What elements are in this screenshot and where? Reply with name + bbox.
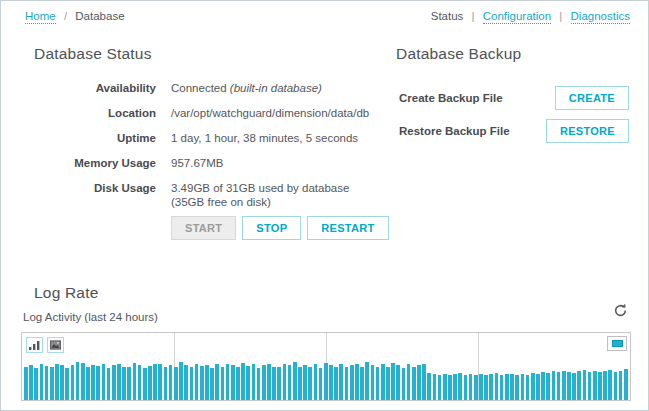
log-bar	[557, 372, 561, 400]
log-bar	[521, 374, 525, 400]
row-label: Availability	[21, 81, 156, 95]
log-bar	[577, 371, 581, 400]
log-bar	[376, 367, 380, 400]
log-bar	[252, 364, 256, 400]
log-bar	[45, 366, 49, 400]
log-bar	[417, 365, 421, 400]
log-bar	[29, 365, 33, 400]
create-backup-button[interactable]: CREATE	[555, 86, 629, 110]
database-control-buttons: START STOP RESTART	[171, 216, 389, 240]
chart-toolbar	[26, 337, 64, 353]
row-label: Create Backup File	[399, 92, 555, 104]
status-row-location: Location /var/opt/watchguard/dimension/d…	[21, 106, 381, 120]
log-bar	[308, 367, 312, 400]
log-bar	[546, 373, 550, 400]
log-bar	[427, 373, 431, 400]
nav-item-diagnostics[interactable]: Diagnostics	[571, 10, 630, 24]
log-bar	[505, 374, 509, 400]
log-bar	[143, 368, 147, 400]
database-backup-title: Database Backup	[396, 45, 521, 63]
log-bar	[324, 363, 328, 400]
top-nav: Status | Configuration | Diagnostics	[431, 10, 630, 22]
log-bar	[231, 365, 235, 400]
log-bar	[65, 368, 69, 400]
breadcrumb: Home / Database	[25, 10, 125, 22]
log-bar	[246, 366, 250, 400]
log-bar	[267, 364, 271, 400]
log-bar	[438, 375, 442, 400]
log-bar	[484, 375, 488, 400]
log-bar	[319, 368, 323, 400]
nav-item-status[interactable]: Status	[431, 10, 464, 22]
status-row-uptime: Uptime 1 day, 1 hour, 38 minutes, 5 seco…	[21, 131, 381, 145]
log-bar	[608, 370, 612, 400]
overview-toggle-icon[interactable]	[607, 336, 627, 351]
log-bar	[76, 362, 80, 400]
log-bar	[60, 365, 64, 400]
log-bar	[474, 375, 478, 400]
log-bar	[407, 364, 411, 400]
log-bar	[495, 373, 499, 400]
row-value: Connected (built-in database)	[171, 81, 381, 95]
log-bar	[334, 367, 338, 400]
log-bar	[107, 368, 111, 400]
breadcrumb-separator: /	[64, 10, 67, 22]
log-bar	[464, 375, 468, 400]
log-bar	[500, 375, 504, 400]
start-button[interactable]: START	[171, 216, 236, 240]
backup-row-restore: Restore Backup File RESTORE	[399, 118, 629, 144]
status-row-availability: Availability Connected (built-in databas…	[21, 81, 381, 95]
log-bar	[221, 367, 225, 400]
log-bar	[148, 366, 152, 400]
image-export-icon[interactable]	[47, 337, 64, 353]
log-bar	[541, 372, 545, 400]
restart-button[interactable]: RESTART	[307, 216, 388, 240]
breadcrumb-home-link[interactable]: Home	[25, 10, 56, 24]
log-bar	[127, 367, 131, 400]
log-bar	[303, 365, 307, 400]
log-bar	[236, 367, 240, 400]
log-bar	[179, 362, 183, 400]
log-bar	[293, 362, 297, 400]
restore-backup-button[interactable]: RESTORE	[546, 119, 629, 143]
log-bar	[164, 367, 168, 400]
log-bar	[567, 372, 571, 400]
log-bar	[433, 374, 437, 400]
log-bar	[339, 364, 343, 400]
log-activity-label: Log Activity (last 24 hours)	[23, 311, 158, 323]
log-bar	[593, 371, 597, 400]
log-bar	[55, 364, 59, 400]
log-bar	[381, 364, 385, 400]
log-bar	[603, 371, 607, 400]
log-bar	[479, 374, 483, 400]
log-bar	[614, 372, 618, 400]
status-row-memory-usage: Memory Usage 957.67MB	[21, 156, 381, 170]
log-bar	[24, 367, 28, 400]
log-bar	[298, 367, 302, 400]
log-bar	[536, 374, 540, 400]
log-bar	[138, 365, 142, 400]
log-bar	[174, 367, 178, 400]
stop-button[interactable]: STOP	[242, 216, 301, 240]
database-status-title: Database Status	[34, 45, 152, 63]
log-bar	[391, 363, 395, 400]
log-bar	[40, 364, 44, 400]
log-bar	[598, 372, 602, 400]
bar-chart-icon[interactable]	[26, 337, 43, 353]
log-bar	[257, 368, 261, 400]
log-bar	[81, 363, 85, 400]
refresh-icon[interactable]	[613, 303, 628, 318]
log-bar	[200, 366, 204, 400]
log-bar	[122, 367, 126, 400]
log-bar	[117, 364, 121, 400]
database-status-page: Home / Database Status | Configuration |…	[0, 0, 649, 411]
log-bar	[272, 367, 276, 400]
log-bar	[277, 367, 281, 400]
log-bar	[360, 367, 364, 400]
nav-item-configuration[interactable]: Configuration	[483, 10, 551, 24]
log-bar	[412, 367, 416, 400]
log-activity-chart[interactable]	[21, 332, 631, 401]
log-bar	[386, 367, 390, 400]
log-rate-title: Log Rate	[34, 284, 99, 302]
log-bar	[562, 371, 566, 400]
